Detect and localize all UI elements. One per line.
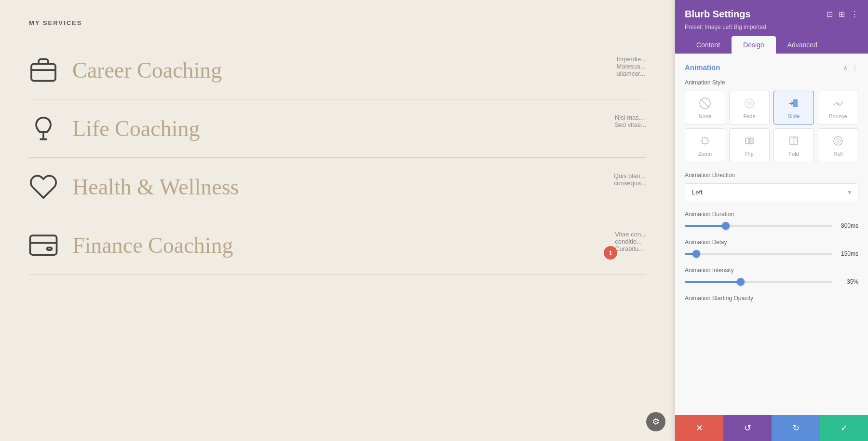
settings-panel-title: Blurb Settings [685,9,751,20]
anim-option-bounce[interactable]: Bounce [818,91,858,124]
undo-icon: ↺ [744,423,751,433]
svg-point-25 [838,140,839,142]
service-name-finance: Finance Coaching [72,233,233,258]
settings-header: Blurb Settings ⊡ ⊞ ⋮ Preset: Image Left … [675,0,868,54]
settings-panel: Blurb Settings ⊡ ⊞ ⋮ Preset: Image Left … [675,0,868,441]
animation-style-grid: None Fade [685,91,858,162]
section-more-icon[interactable]: ⋮ [852,64,858,71]
fade-anim-icon [742,96,757,110]
columns-icon[interactable]: ⊞ [839,10,845,19]
svg-rect-0 [31,64,55,81]
animation-duration-thumb[interactable] [722,222,730,230]
notification-badge-finance: 1 [604,246,617,260]
service-name-life: Life Coaching [72,116,200,141]
redo-button[interactable]: ↻ [772,415,820,441]
svg-line-6 [701,99,709,107]
settings-header-top: Blurb Settings ⊡ ⊞ ⋮ [685,9,858,20]
anim-option-flip[interactable]: Flip [729,128,770,162]
roll-anim-label: Roll [834,151,843,157]
svg-point-7 [747,101,752,106]
service-item-finance[interactable]: Finance Coaching Vitae con...conditio...… [29,216,646,275]
anim-option-fade[interactable]: Fade [729,91,770,124]
cancel-button[interactable]: ✕ [675,415,723,441]
anim-option-slide[interactable]: Slide [773,91,814,124]
service-item-health[interactable]: Health & Wellness Quis blan...consequa..… [29,158,646,216]
animation-duration-value: 800ms [837,222,858,229]
animation-section-title: Animation [685,63,720,71]
floating-widget[interactable]: ⚙ [646,412,665,431]
animation-duration-label: Animation Duration [685,211,858,218]
settings-body: Animation ∧ ⋮ Animation Style None [675,54,868,415]
zoom-anim-icon [698,134,712,148]
fold-anim-icon [787,134,801,148]
none-anim-icon [698,96,712,110]
heart-icon [29,172,58,201]
anim-option-none[interactable]: None [685,91,725,124]
services-panel: MY SERVICES Career Coaching Imperdie...M… [0,0,675,441]
services-title: MY SERVICES [29,19,646,27]
tab-advanced[interactable]: Advanced [776,36,829,54]
cancel-icon: ✕ [696,423,703,433]
animation-intensity-track[interactable] [685,281,832,283]
settings-toolbar: ✕ ↺ ↻ ✓ [675,415,868,441]
service-name-health: Health & Wellness [72,174,239,200]
animation-duration-row: 800ms [685,222,858,229]
animation-direction-wrapper: Left Right Top Bottom ▼ [685,183,858,201]
animation-intensity-row: 35% [685,278,858,285]
animation-delay-thumb[interactable] [692,250,700,258]
bounce-anim-label: Bounce [829,113,847,119]
animation-delay-field: Animation Delay 150ms [685,239,858,257]
header-icons: ⊡ ⊞ ⋮ [827,10,858,19]
settings-tabs: Content Design Advanced [685,36,858,54]
undo-button[interactable]: ↺ [723,415,772,441]
flip-anim-label: Flip [745,151,754,157]
more-options-icon[interactable]: ⋮ [851,10,858,19]
svg-point-12 [837,103,839,105]
animation-style-label: Animation Style [685,79,858,86]
animation-delay-track[interactable] [685,253,832,255]
flip-anim-icon [742,134,757,148]
service-item-career[interactable]: Career Coaching Imperdie...Malesua...ull… [29,41,646,99]
animation-delay-row: 150ms [685,250,858,257]
svg-rect-4 [47,248,52,250]
animation-intensity-field: Animation Intensity 35% [685,267,858,285]
fade-anim-label: Fade [743,113,755,119]
service-preview-career: Imperdie...Malesua...ullamcor... [617,55,646,77]
animation-duration-field: Animation Duration 800ms [685,211,858,229]
save-button[interactable]: ✓ [820,415,868,441]
svg-rect-3 [30,235,57,255]
service-preview-finance: Vitae con...conditio...Curabitu... [615,231,646,252]
animation-section-header: Animation ∧ ⋮ [685,63,858,71]
service-name-career: Career Coaching [72,57,222,83]
zoom-anim-label: Zoom [698,151,712,157]
animation-direction-select[interactable]: Left Right Top Bottom [685,183,858,201]
service-preview-life: Nisl mas...Sed vitae... [615,114,646,128]
fullscreen-icon[interactable]: ⊡ [827,10,833,19]
slide-anim-label: Slide [788,113,800,119]
wallet-icon [29,231,58,260]
anim-option-fold[interactable]: Fold [773,128,814,162]
svg-rect-19 [750,138,753,144]
animation-delay-value: 150ms [837,250,858,257]
collapse-icon[interactable]: ∧ [843,64,848,71]
tab-design[interactable]: Design [732,36,776,54]
service-item-life[interactable]: Life Coaching Nisl mas...Sed vitae... [29,99,646,158]
animation-duration-fill [685,225,726,227]
anim-option-roll[interactable]: Roll [818,128,858,162]
lightbulb-icon [29,114,58,143]
slide-anim-icon [787,96,801,110]
save-icon: ✓ [841,423,848,433]
briefcase-icon [29,55,58,84]
bounce-anim-icon [831,96,845,110]
svg-rect-18 [746,138,749,144]
service-preview-health: Quis blan...consequa... [614,172,646,187]
animation-duration-track[interactable] [685,225,832,227]
tab-content[interactable]: Content [685,36,732,54]
animation-intensity-thumb[interactable] [737,278,745,286]
animation-intensity-label: Animation Intensity [685,267,858,274]
svg-rect-13 [702,138,708,144]
settings-preset: Preset: Image Left Big imported [685,24,858,30]
redo-icon: ↻ [792,423,800,433]
anim-option-zoom[interactable]: Zoom [685,128,725,162]
animation-direction-label: Animation Direction [685,172,858,179]
